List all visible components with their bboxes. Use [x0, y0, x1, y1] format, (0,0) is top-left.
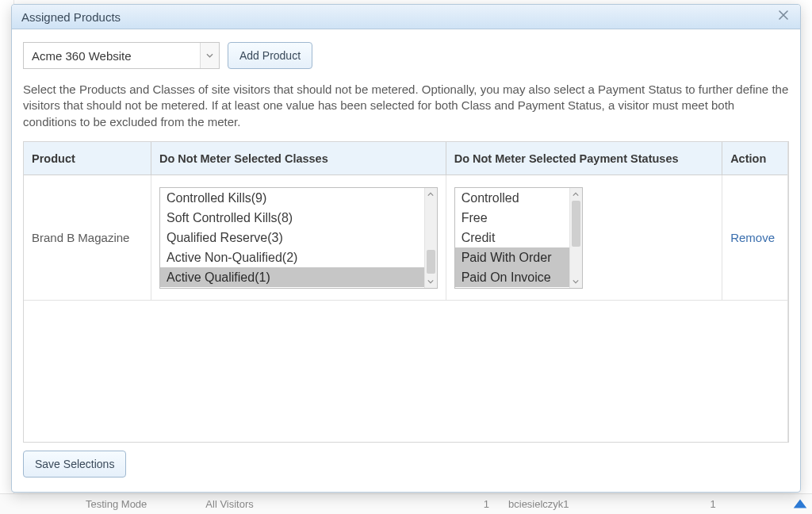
remove-link[interactable]: Remove: [730, 231, 775, 244]
assigned-products-modal: Assigned Products Acme 360 Website Add P…: [11, 4, 801, 493]
modal-description: Select the Products and Classes of site …: [23, 82, 789, 130]
list-item[interactable]: Credit: [455, 228, 569, 247]
bg-col-num2: 1: [710, 498, 716, 510]
product-selector-row: Acme 360 Website Add Product: [23, 42, 789, 69]
bg-col-visitors: All Visitors: [205, 498, 253, 510]
list-item[interactable]: Qualified Reserve(3): [160, 228, 424, 247]
bg-col-mode: Testing Mode: [86, 498, 147, 510]
save-selections-button[interactable]: Save Selections: [23, 451, 126, 478]
scroll-up-icon[interactable]: [425, 188, 437, 201]
table-row: Brand B Magazine Controlled Kills(9)Soft…: [24, 175, 787, 301]
scroll-to-top-icon[interactable]: [791, 495, 809, 512]
cell-action: Remove: [722, 175, 787, 301]
table-scrollbar[interactable]: [787, 142, 788, 442]
scroll-thumb[interactable]: [427, 250, 435, 274]
classes-scrollbar[interactable]: [424, 188, 437, 288]
list-item[interactable]: Soft Controlled Kills(8): [160, 208, 424, 228]
modal-header: Assigned Products: [12, 5, 800, 29]
product-select[interactable]: Acme 360 Website: [23, 42, 220, 69]
products-table-wrap: Product Do Not Meter Selected Classes Do…: [23, 141, 789, 443]
list-item[interactable]: Controlled: [455, 188, 569, 208]
close-icon[interactable]: [776, 10, 791, 24]
payment-listbox[interactable]: ControlledFreeCreditPaid With OrderPaid …: [454, 187, 583, 289]
list-item[interactable]: Paid With Order: [455, 247, 569, 267]
cell-payment: ControlledFreeCreditPaid With OrderPaid …: [446, 175, 722, 301]
modal-title: Assigned Products: [21, 10, 121, 24]
list-item[interactable]: Active Non-Qualified(2): [160, 247, 424, 267]
list-item[interactable]: Free: [455, 208, 569, 228]
payment-listbox-items: ControlledFreeCreditPaid With OrderPaid …: [455, 188, 569, 288]
col-header-product: Product: [24, 142, 151, 175]
scroll-down-icon[interactable]: [425, 275, 437, 288]
bg-col-user: bciesielczyk1: [508, 498, 569, 510]
add-product-label: Add Product: [239, 49, 301, 62]
bg-col-num1: 1: [484, 498, 489, 510]
col-header-action: Action: [722, 142, 787, 175]
col-header-classes: Do Not Meter Selected Classes: [151, 142, 446, 175]
cell-classes: Controlled Kills(9)Soft Controlled Kills…: [151, 175, 446, 301]
add-product-button[interactable]: Add Product: [228, 42, 312, 69]
payment-scrollbar[interactable]: [569, 188, 582, 288]
scroll-down-icon[interactable]: [570, 275, 582, 288]
save-selections-label: Save Selections: [35, 458, 114, 470]
product-select-value: Acme 360 Website: [32, 49, 132, 63]
list-item[interactable]: Controlled Kills(9): [160, 188, 424, 208]
products-table: Product Do Not Meter Selected Classes Do…: [24, 142, 787, 301]
classes-listbox-items: Controlled Kills(9)Soft Controlled Kills…: [160, 188, 424, 288]
classes-listbox[interactable]: Controlled Kills(9)Soft Controlled Kills…: [159, 187, 438, 289]
col-header-payment: Do Not Meter Selected Payment Statuses: [446, 142, 722, 175]
scroll-up-icon[interactable]: [570, 188, 582, 201]
list-item[interactable]: Active Qualified(1): [160, 267, 424, 287]
modal-body: Acme 360 Website Add Product Select the …: [12, 29, 800, 492]
scroll-thumb[interactable]: [572, 201, 580, 247]
cell-product-name: Brand B Magazine: [24, 175, 151, 301]
chevron-down-icon: [200, 43, 219, 68]
background-table-row: Testing Mode All Visitors 1 bciesielczyk…: [0, 493, 812, 514]
modal-actions: Save Selections: [23, 451, 789, 478]
list-item[interactable]: Paid On Invoice: [455, 267, 569, 287]
